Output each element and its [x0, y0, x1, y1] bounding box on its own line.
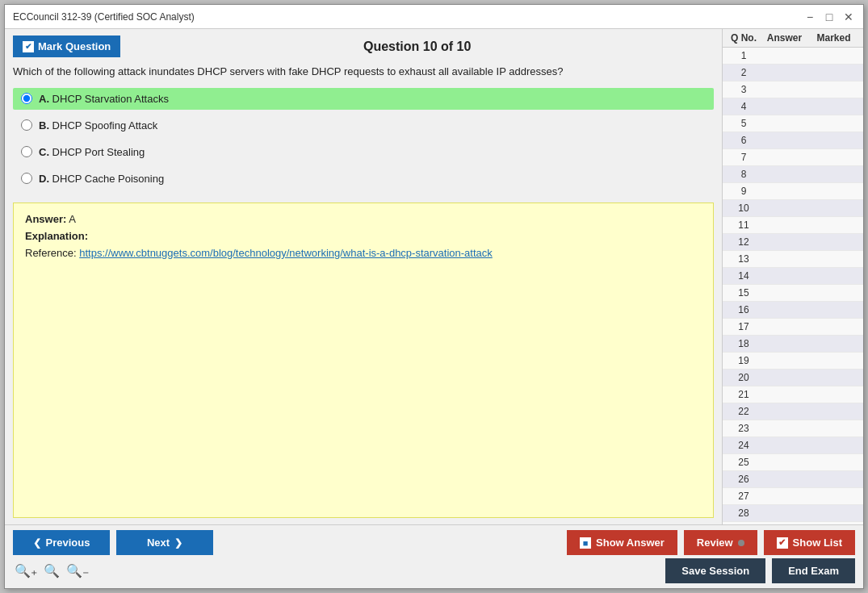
sidebar-header: Q No. Answer Marked — [723, 29, 863, 48]
table-row[interactable]: 6 — [723, 132, 863, 149]
question-title: Question 10 of 10 — [120, 40, 714, 54]
header-marked: Marked — [809, 32, 858, 44]
table-row[interactable]: 19 — [723, 353, 863, 370]
question-text: Which of the following attack inundates … — [13, 64, 714, 80]
review-label: Review — [697, 537, 733, 549]
table-row[interactable]: 21 — [723, 386, 863, 403]
explanation-label: Explanation: — [25, 230, 88, 242]
option-d-text: D. DHCP Cache Poisoning — [39, 173, 164, 185]
option-b-text: B. DHCP Spoofing Attack — [39, 119, 157, 132]
mark-question-label: Mark Question — [38, 40, 111, 52]
table-row[interactable]: 24 — [723, 437, 863, 454]
table-row[interactable]: 16 — [723, 302, 863, 319]
left-panel: ✔ Mark Question Question 10 of 10 Which … — [5, 29, 722, 524]
window-controls: − □ ✕ — [803, 10, 855, 23]
option-c-radio[interactable] — [21, 146, 32, 157]
title-bar: ECCouncil 312-39 (Certified SOC Analyst)… — [5, 5, 863, 29]
table-row[interactable]: 13 — [723, 251, 863, 268]
show-list-checkbox-icon: ✔ — [777, 537, 788, 549]
table-row[interactable]: 25 — [723, 454, 863, 471]
table-row[interactable]: 20 — [723, 370, 863, 386]
bottom-row2: 🔍₊ 🔍 🔍₋ Save Session End Exam — [13, 558, 855, 583]
option-d[interactable]: D. DHCP Cache Poisoning — [13, 168, 714, 190]
show-answer-checkbox-icon: ■ — [580, 537, 591, 549]
review-dot-icon — [738, 540, 744, 546]
table-row[interactable]: 14 — [723, 268, 863, 285]
bottom-bar: ❮ Previous Next ❯ ■ Show Answer Review ✔… — [5, 524, 863, 588]
table-row[interactable]: 17 — [723, 319, 863, 336]
save-session-button[interactable]: Save Session — [665, 558, 765, 583]
header-qno: Q No. — [728, 32, 760, 44]
answer-box: Answer: A Explanation: Reference: https:… — [13, 203, 714, 519]
previous-label: Previous — [46, 537, 90, 549]
table-row[interactable]: 1 — [723, 48, 863, 65]
mark-checkbox-icon: ✔ — [23, 41, 34, 52]
next-button[interactable]: Next ❯ — [116, 530, 213, 555]
zoom-out-button[interactable]: 🔍₋ — [65, 562, 90, 580]
window-title: ECCouncil 312-39 (Certified SOC Analyst) — [13, 11, 195, 23]
nav-buttons-row: ❮ Previous Next ❯ ■ Show Answer Review ✔… — [13, 530, 855, 555]
answer-line: Answer: A — [25, 213, 702, 225]
next-label: Next — [147, 537, 170, 549]
table-row[interactable]: 10 — [723, 200, 863, 217]
answer-value: A — [69, 213, 76, 225]
close-button[interactable]: ✕ — [842, 10, 855, 23]
reference-label: Reference: — [25, 247, 77, 259]
show-answer-button[interactable]: ■ Show Answer — [567, 530, 677, 555]
explanation-line: Explanation: — [25, 230, 702, 242]
show-answer-label: Show Answer — [596, 537, 665, 549]
option-a-radio[interactable] — [21, 93, 32, 104]
options-list: A. DHCP Starvation Attacks B. DHCP Spoof… — [13, 88, 714, 190]
reference-link[interactable]: https://www.cbtnuggets.com/blog/technolo… — [79, 247, 493, 259]
option-c[interactable]: C. DHCP Port Stealing — [13, 141, 714, 163]
table-row[interactable]: 11 — [723, 217, 863, 234]
option-d-radio[interactable] — [21, 173, 32, 184]
header-answer: Answer — [760, 32, 809, 44]
previous-button[interactable]: ❮ Previous — [13, 530, 110, 555]
minimize-button[interactable]: − — [803, 10, 816, 23]
table-row[interactable]: 28 — [723, 505, 863, 522]
zoom-in-button[interactable]: 🔍₊ — [13, 562, 39, 580]
table-row[interactable]: 8 — [723, 166, 863, 183]
table-row[interactable]: 12 — [723, 234, 863, 251]
table-row[interactable]: 26 — [723, 471, 863, 488]
option-a[interactable]: A. DHCP Starvation Attacks — [13, 88, 714, 110]
show-list-label: Show List — [793, 537, 842, 549]
mark-question-button[interactable]: ✔ Mark Question — [13, 35, 120, 57]
main-content: ✔ Mark Question Question 10 of 10 Which … — [5, 29, 863, 524]
zoom-controls: 🔍₊ 🔍 🔍₋ — [13, 562, 90, 580]
table-row[interactable]: 5 — [723, 115, 863, 132]
end-exam-label: End Exam — [788, 565, 839, 577]
zoom-reset-button[interactable]: 🔍 — [42, 562, 61, 580]
table-row[interactable]: 15 — [723, 285, 863, 302]
option-a-text: A. DHCP Starvation Attacks — [39, 93, 169, 105]
option-b-radio[interactable] — [21, 119, 32, 131]
review-button[interactable]: Review — [684, 530, 757, 555]
table-row[interactable]: 2 — [723, 65, 863, 81]
table-row[interactable]: 27 — [723, 488, 863, 505]
prev-chevron-icon: ❮ — [33, 537, 41, 549]
table-row[interactable]: 3 — [723, 81, 863, 98]
end-exam-button[interactable]: End Exam — [772, 558, 855, 583]
right-panel: Q No. Answer Marked 12345678910111213141… — [722, 29, 863, 524]
save-session-label: Save Session — [681, 565, 749, 577]
table-row[interactable]: 22 — [723, 403, 863, 420]
main-window: ECCouncil 312-39 (Certified SOC Analyst)… — [4, 4, 864, 589]
top-bar: ✔ Mark Question Question 10 of 10 — [13, 35, 714, 57]
next-chevron-icon: ❯ — [174, 537, 182, 549]
option-b[interactable]: B. DHCP Spoofing Attack — [13, 115, 714, 136]
table-row[interactable]: 18 — [723, 336, 863, 353]
answer-label: Answer: — [25, 213, 66, 225]
show-list-button[interactable]: ✔ Show List — [764, 530, 855, 555]
reference-line: Reference: https://www.cbtnuggets.com/bl… — [25, 247, 702, 259]
table-row[interactable]: 9 — [723, 183, 863, 200]
table-row[interactable]: 7 — [723, 149, 863, 166]
question-list: 1234567891011121314151617181920212223242… — [723, 48, 863, 524]
maximize-button[interactable]: □ — [823, 10, 836, 23]
table-row[interactable]: 4 — [723, 98, 863, 115]
table-row[interactable]: 23 — [723, 420, 863, 437]
option-c-text: C. DHCP Port Stealing — [39, 146, 145, 158]
